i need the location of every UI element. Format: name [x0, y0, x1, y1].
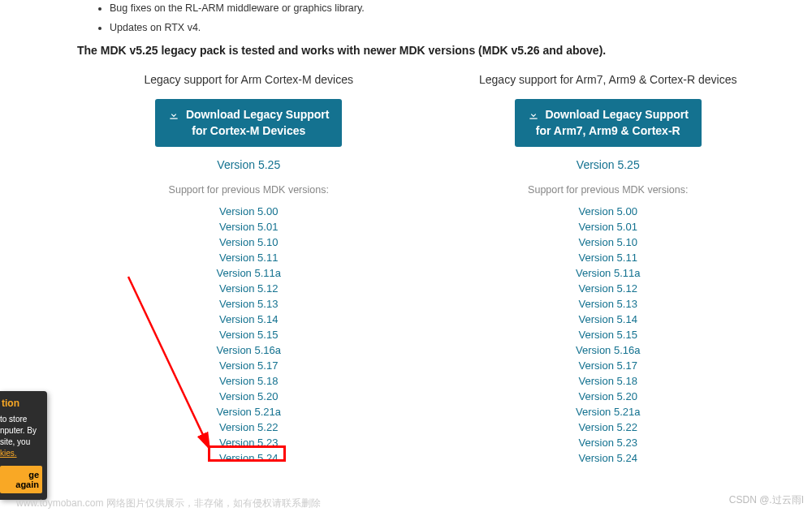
version-list-left: Version 5.00Version 5.01Version 5.10Vers… [77, 205, 421, 464]
cookie-button[interactable]: ge again [0, 466, 42, 493]
footer-text: www.toymoban.com 网络图片仅供展示，非存储，如有侵权请联系删除 [16, 497, 321, 510]
version-link[interactable]: Version 5.15 [437, 329, 780, 341]
version-link[interactable]: Version 5.16a [77, 344, 421, 356]
version-link[interactable]: Version 5.00 [77, 205, 421, 217]
cookie-text: to store nputer. By site, you kies. [0, 414, 42, 459]
version-link[interactable]: Version 5.23 [77, 437, 421, 449]
download-button-cortex-m[interactable]: Download Legacy Support for Cortex-M Dev… [155, 99, 342, 147]
column-arm7-arm9: Legacy support for Arm7, Arm9 & Cortex-R… [437, 73, 780, 467]
version-link[interactable]: Version 5.24 [437, 452, 780, 464]
column-title: Legacy support for Arm Cortex-M devices [77, 73, 421, 86]
previous-versions-label: Support for previous MDK versions: [437, 184, 780, 196]
tested-note: The MDK v5.25 legacy pack is tested and … [77, 44, 780, 57]
download-button-arm7[interactable]: Download Legacy Support for Arm7, Arm9 &… [515, 99, 702, 147]
version-link[interactable]: Version 5.20 [437, 390, 780, 402]
version-link[interactable]: Version 5.18 [437, 375, 780, 387]
bullet-item: Bug fixes on the RL-ARM middleware or gr… [110, 0, 780, 16]
version-link[interactable]: Version 5.22 [437, 421, 780, 433]
main-version-link[interactable]: Version 5.25 [77, 158, 421, 171]
download-label-line2: for Arm7, Arm9 & Cortex-R [536, 124, 680, 137]
main-version-link[interactable]: Version 5.25 [437, 158, 780, 171]
version-link[interactable]: Version 5.11 [437, 252, 780, 264]
version-link[interactable]: Version 5.10 [437, 236, 780, 248]
version-link[interactable]: Version 5.14 [77, 313, 421, 325]
cookie-title: tion [0, 398, 42, 409]
version-link[interactable]: Version 5.21a [77, 406, 421, 418]
version-link[interactable]: Version 5.16a [437, 344, 780, 356]
version-link[interactable]: Version 5.12 [77, 282, 421, 295]
watermark: CSDN @.过云雨I [729, 493, 804, 507]
version-link[interactable]: Version 5.18 [77, 375, 421, 387]
version-link[interactable]: Version 5.11a [437, 267, 780, 279]
version-link[interactable]: Version 5.13 [77, 298, 421, 310]
download-label-line1: Download Legacy Support [186, 108, 330, 121]
version-link[interactable]: Version 5.14 [437, 313, 780, 325]
version-link[interactable]: Version 5.11 [77, 252, 421, 264]
version-link[interactable]: Version 5.01 [77, 221, 421, 233]
column-title: Legacy support for Arm7, Arm9 & Cortex-R… [437, 73, 780, 86]
version-link[interactable]: Version 5.21a [437, 406, 780, 418]
previous-versions-label: Support for previous MDK versions: [77, 184, 421, 196]
version-list-right: Version 5.00Version 5.01Version 5.10Vers… [437, 205, 780, 464]
version-link[interactable]: Version 5.23 [437, 437, 780, 449]
version-link[interactable]: Version 5.00 [437, 205, 780, 217]
column-cortex-m: Legacy support for Arm Cortex-M devices … [77, 73, 421, 467]
version-link[interactable]: Version 5.12 [437, 282, 780, 295]
version-link[interactable]: Version 5.13 [437, 298, 780, 310]
version-link[interactable]: Version 5.20 [77, 390, 421, 402]
version-link[interactable]: Version 5.24 [77, 452, 421, 464]
cookie-link[interactable]: kies. [0, 449, 17, 458]
bullet-item: Updates on RTX v4. [110, 19, 780, 36]
download-icon [168, 110, 179, 121]
version-link[interactable]: Version 5.17 [437, 359, 780, 372]
version-link[interactable]: Version 5.17 [77, 359, 421, 372]
version-link[interactable]: Version 5.15 [77, 329, 421, 341]
version-link[interactable]: Version 5.22 [77, 421, 421, 433]
download-icon [528, 110, 539, 121]
download-label-line2: for Cortex-M Devices [192, 124, 305, 137]
version-link[interactable]: Version 5.11a [77, 267, 421, 279]
download-label-line1: Download Legacy Support [545, 108, 689, 121]
cookie-popup: tion to store nputer. By site, you kies.… [0, 391, 47, 500]
version-link[interactable]: Version 5.10 [77, 236, 421, 248]
version-link[interactable]: Version 5.01 [437, 221, 780, 233]
